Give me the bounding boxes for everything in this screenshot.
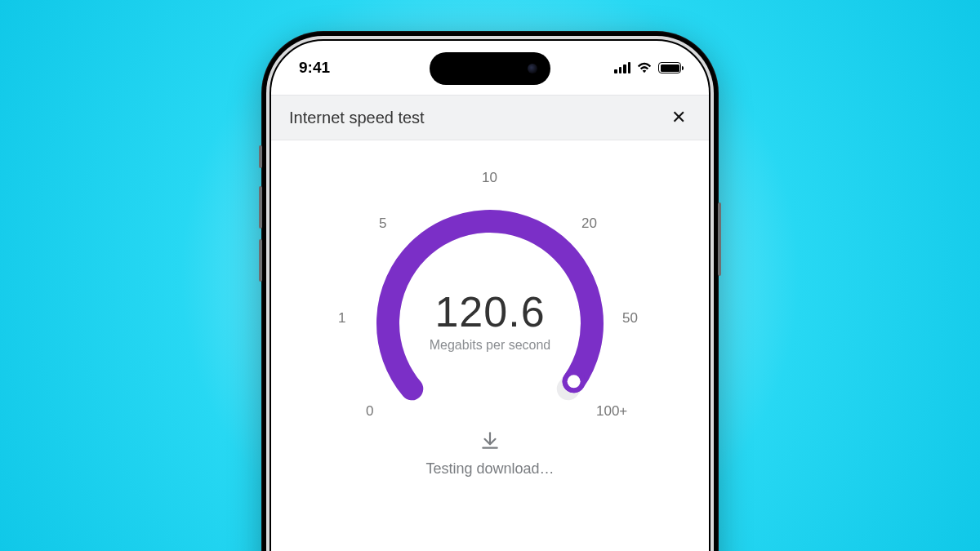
speed-unit: Megabits per second — [271, 338, 709, 353]
download-icon — [479, 430, 501, 455]
mute-switch[interactable] — [259, 145, 262, 168]
dynamic-island — [430, 52, 550, 85]
status-time: 9:41 — [299, 59, 330, 77]
battery-icon — [658, 62, 681, 73]
svg-point-1 — [568, 375, 581, 388]
speed-value: 120.6 — [271, 287, 709, 336]
power-button[interactable] — [718, 202, 721, 276]
wifi-icon — [636, 62, 653, 73]
page-header: Internet speed test ✕ — [271, 95, 709, 140]
volume-up-button[interactable] — [259, 186, 262, 229]
page-title: Internet speed test — [289, 109, 425, 127]
front-camera-icon — [528, 64, 537, 73]
cellular-signal-icon — [614, 62, 630, 73]
speed-gauge: 0 1 5 10 20 50 100+ 120.6 Megabits per s… — [271, 140, 709, 509]
gauge-tick-10: 10 — [482, 170, 497, 186]
volume-down-button[interactable] — [259, 239, 262, 282]
gauge-tick-0: 0 — [366, 403, 373, 420]
app-background: 9:41 — [0, 0, 980, 551]
gauge-tick-20: 20 — [581, 216, 597, 232]
close-button[interactable]: ✕ — [666, 104, 691, 131]
gauge-status: Testing download… — [271, 460, 709, 478]
phone-screen: 9:41 — [270, 39, 710, 551]
gauge-tick-5: 5 — [379, 216, 386, 232]
gauge-tick-100: 100+ — [596, 403, 627, 420]
phone-frame: 9:41 — [261, 31, 719, 551]
